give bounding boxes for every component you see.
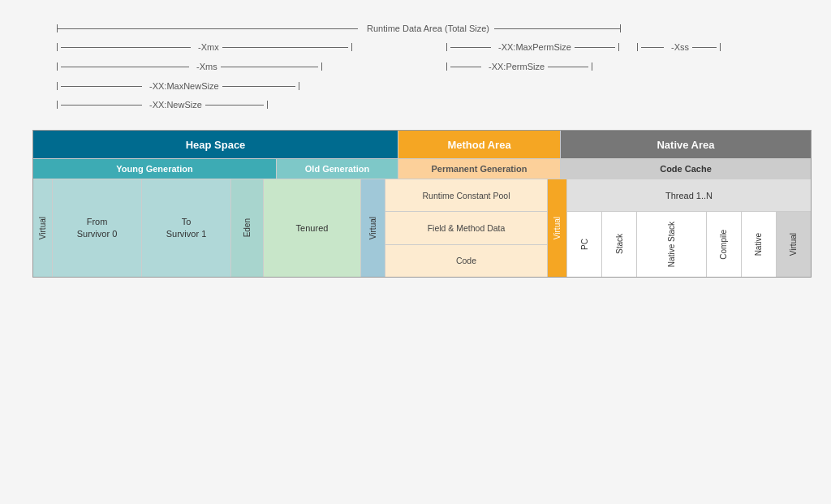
dim-maxnewsize: -XX:MaxNewSize xyxy=(57,81,299,91)
dim-xss-label: -Xss xyxy=(671,42,689,52)
stack-label: Stack xyxy=(615,234,624,254)
dim-xms: -Xms xyxy=(57,62,322,71)
dim-newsize-label: -XX:NewSize xyxy=(149,100,202,110)
header-row: Heap Space Method Area Native Area xyxy=(33,131,811,158)
eden-cell: Eden xyxy=(231,179,264,277)
method-cell-2-label: Code xyxy=(456,256,476,265)
tenured-cell: Tenured xyxy=(264,179,361,277)
old-gen-header: Old Generation xyxy=(277,159,398,179)
dim-total-label: Runtime Data Area (Total Size) xyxy=(367,24,489,33)
method-cell-2: Code xyxy=(385,245,547,277)
dim-maxnewsize-label: -XX:MaxNewSize xyxy=(149,81,219,91)
heap-header: Heap Space xyxy=(33,131,398,158)
compile-label: Compile xyxy=(719,230,728,260)
native-header-label: Native Area xyxy=(657,139,714,151)
young-gen-label: Young Generation xyxy=(116,164,193,174)
old-virtual-label: Virtual xyxy=(368,217,377,239)
dimensions-section: Runtime Data Area (Total Size) -Xmx -XX:… xyxy=(32,16,799,126)
dim-xmx: -Xmx xyxy=(57,42,352,52)
native-area: Thread 1..N PC Stack Native Stack Compil… xyxy=(567,179,811,277)
native-cell-pc: PC xyxy=(567,212,602,277)
method-header-label: Method Area xyxy=(447,139,510,151)
old-virtual-cell: Virtual xyxy=(361,179,385,277)
perm-gen-header: Permanent Generation xyxy=(398,159,561,179)
dim-maxpermsize-label: -XX:MaxPermSize xyxy=(498,42,571,52)
method-cell-0-label: Runtime Constant Pool xyxy=(423,191,510,200)
method-cells: Runtime Constant Pool Field & Method Dat… xyxy=(385,179,548,277)
method-cell-1: Field & Method Data xyxy=(385,212,547,244)
native-label: Native xyxy=(754,233,763,256)
eden-label: Eden xyxy=(243,218,252,237)
native-virtual-label: Virtual xyxy=(789,233,798,256)
native-cell-native: Native xyxy=(742,212,777,277)
method-cell-1-label: Field & Method Data xyxy=(428,223,506,233)
jvm-diagram: Heap Space Method Area Native Area Young… xyxy=(32,130,812,278)
young-gen-header: Young Generation xyxy=(33,159,277,179)
dim-newsize: -XX:NewSize xyxy=(57,100,268,110)
thread-label: Thread 1..N xyxy=(665,191,713,200)
native-bottom-row: PC Stack Native Stack Compile Native xyxy=(567,212,811,277)
to-survivor-label: To Survivor 1 xyxy=(166,216,207,241)
method-virtual-label: Virtual xyxy=(553,217,562,239)
dim-xmx-label: -Xmx xyxy=(198,42,219,52)
method-cell-0: Runtime Constant Pool xyxy=(385,179,547,212)
pc-label: PC xyxy=(580,239,589,250)
method-header: Method Area xyxy=(398,131,561,158)
dim-total: Runtime Data Area (Total Size) xyxy=(57,23,774,34)
content-row: Virtual From Survivor 0 To Survivor 1 Ed… xyxy=(33,179,811,277)
subheader-row: Young Generation Old Generation Permanen… xyxy=(33,158,811,179)
perm-gen-label: Permanent Generation xyxy=(432,164,527,174)
tenured-label: Tenured xyxy=(296,223,329,233)
dim-xms-label: -Xms xyxy=(196,62,217,71)
native-stack-label: Native Stack xyxy=(667,222,676,267)
thread-row: Thread 1..N xyxy=(567,179,811,212)
heap-header-label: Heap Space xyxy=(186,139,246,151)
young-virtual-cell: Virtual xyxy=(33,179,53,277)
native-header: Native Area xyxy=(561,131,811,158)
native-cell-native-stack: Native Stack xyxy=(637,212,706,277)
dim-permsize: -XX:PermSize xyxy=(446,62,592,71)
native-cell-compile: Compile xyxy=(707,212,742,277)
from-survivor-label: From Survivor 0 xyxy=(77,216,118,241)
code-cache-label: Code Cache xyxy=(660,164,712,174)
from-survivor-cell: From Survivor 0 xyxy=(53,179,142,277)
to-survivor-cell: To Survivor 1 xyxy=(142,179,231,277)
code-cache-header: Code Cache xyxy=(561,159,811,179)
old-gen-label: Old Generation xyxy=(305,164,369,174)
method-virtual-cell: Virtual xyxy=(548,179,567,277)
dim-maxpermsize: -XX:MaxPermSize xyxy=(446,42,619,52)
young-virtual-label: Virtual xyxy=(38,217,47,239)
native-cell-virtual: Virtual xyxy=(777,212,811,277)
dim-xss: -Xss xyxy=(637,42,721,52)
dim-permsize-label: -XX:PermSize xyxy=(489,62,545,71)
native-cell-stack: Stack xyxy=(602,212,637,277)
page: Runtime Data Area (Total Size) -Xmx -XX:… xyxy=(0,0,831,504)
